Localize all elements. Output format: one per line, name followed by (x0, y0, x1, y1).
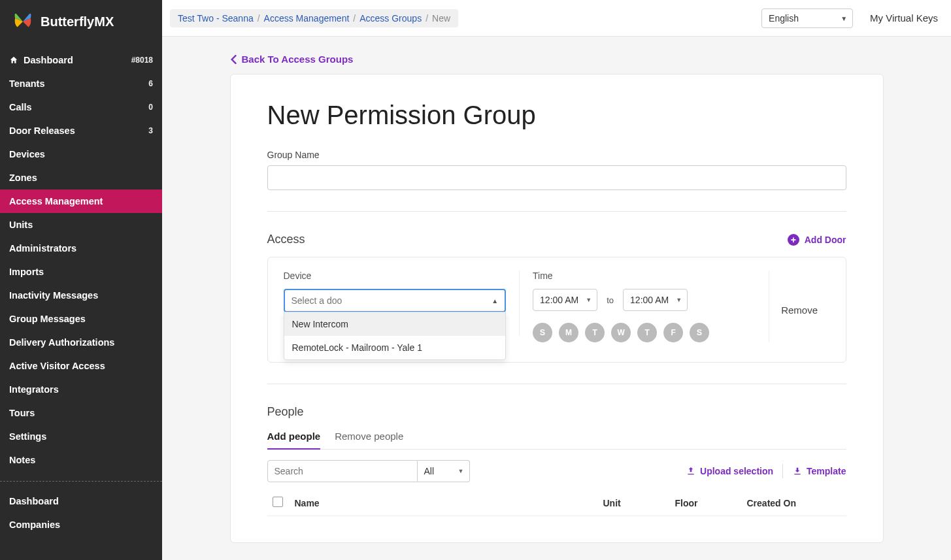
section-divider (267, 384, 846, 384)
nav-label: Companies (9, 519, 60, 530)
device-label: Device (284, 271, 507, 281)
nav-label: Devices (9, 149, 45, 159)
template-button[interactable]: Template (792, 466, 846, 476)
access-row-card: Device ▲ New Intercom RemoteLock - Mailr… (267, 257, 846, 363)
group-name-input[interactable] (267, 165, 846, 190)
nav-label: Integrators (9, 384, 59, 395)
time-to-label: to (607, 295, 614, 305)
time-from-value: 12:00 AM (540, 295, 578, 305)
day-toggle-sat[interactable]: S (690, 323, 709, 342)
sidebar-item-units[interactable]: Units (0, 213, 162, 237)
sidebar-item-imports[interactable]: Imports (0, 260, 162, 284)
sidebar-item-group-messages[interactable]: Group Messages (0, 307, 162, 331)
nav-label: Administrators (9, 243, 76, 254)
people-search-input[interactable] (267, 460, 418, 482)
nav-label: Notes (9, 455, 35, 465)
col-name[interactable]: Name (290, 490, 598, 516)
section-divider (267, 211, 846, 212)
sidebar-item-access-management[interactable]: Access Management (0, 189, 162, 213)
sidebar-footer-nav: Dashboard Companies (0, 486, 162, 550)
time-label: Time (533, 271, 756, 281)
sidebar-item-dashboard[interactable]: Dashboard #8018 (0, 48, 162, 72)
col-created-on[interactable]: Created On (742, 490, 846, 516)
dropdown-option[interactable]: New Intercom (284, 312, 506, 336)
day-toggle-sun[interactable]: S (533, 323, 552, 342)
tab-remove-people[interactable]: Remove people (335, 431, 403, 450)
nav-label: Tours (9, 408, 35, 418)
time-range-row: 12:00 AM to 12:00 AM (533, 289, 756, 311)
device-select[interactable]: ▲ (284, 289, 507, 312)
breadcrumb-link[interactable]: Test Two - Seanna (178, 13, 254, 24)
people-tabs: Add people Remove people (267, 431, 846, 450)
add-door-label: Add Door (805, 235, 846, 245)
sidebar-item-devices[interactable]: Devices (0, 142, 162, 166)
nav-label: Door Releases (9, 125, 75, 136)
add-door-button[interactable]: + Add Door (788, 234, 846, 246)
breadcrumb-link[interactable]: Access Groups (359, 13, 422, 24)
sidebar-item-integrators[interactable]: Integrators (0, 378, 162, 401)
count-badge: 3 (148, 126, 153, 135)
people-heading: People (267, 405, 846, 419)
people-table: Name Unit Floor Created On (267, 490, 846, 516)
home-icon (9, 56, 18, 65)
sidebar-footer-dashboard[interactable]: Dashboard (0, 489, 162, 513)
sidebar: ButterflyMX Dashboard #8018 Tenants6 Cal… (0, 0, 162, 560)
topbar-right: English My Virtual Keys (761, 8, 938, 28)
my-virtual-keys-link[interactable]: My Virtual Keys (870, 12, 938, 24)
caret-up-icon: ▲ (492, 297, 498, 305)
form-card: New Permission Group Group Name Access +… (230, 74, 884, 543)
sidebar-item-delivery-authorizations[interactable]: Delivery Authorizations (0, 331, 162, 354)
tab-add-people[interactable]: Add people (267, 431, 321, 450)
breadcrumb-link[interactable]: Access Management (264, 13, 350, 24)
sidebar-item-settings[interactable]: Settings (0, 425, 162, 448)
day-toggle-mon[interactable]: M (559, 323, 578, 342)
access-heading-row: Access + Add Door (267, 233, 846, 246)
device-select-input[interactable] (292, 295, 486, 306)
device-dropdown: New Intercom RemoteLock - Mailroom - Yal… (284, 312, 507, 360)
dropdown-option[interactable]: RemoteLock - Mailroom - Yale 1 (284, 336, 506, 359)
remove-button[interactable]: Remove (781, 305, 818, 316)
breadcrumb-sep: / (353, 13, 356, 24)
people-filter-select[interactable]: All (418, 460, 470, 482)
time-from-select[interactable]: 12:00 AM (533, 289, 597, 311)
upload-label: Upload selection (700, 466, 773, 476)
time-to-value: 12:00 AM (630, 295, 669, 305)
time-column: Time 12:00 AM to 12:00 AM S M T W T F S (520, 271, 769, 342)
device-column: Device ▲ New Intercom RemoteLock - Mailr… (284, 271, 520, 336)
nav-label: Zones (9, 173, 37, 183)
day-toggle-fri[interactable]: F (663, 323, 683, 342)
group-name-field: Group Name (267, 150, 846, 190)
sidebar-item-notes[interactable]: Notes (0, 448, 162, 472)
sidebar-item-inactivity-messages[interactable]: Inactivity Messages (0, 284, 162, 307)
day-toggle-tue[interactable]: T (585, 323, 605, 342)
count-badge: 0 (148, 103, 153, 112)
day-toggle-wed[interactable]: W (611, 323, 631, 342)
nav-label: Inactivity Messages (9, 290, 98, 301)
sidebar-item-tours[interactable]: Tours (0, 401, 162, 425)
upload-selection-button[interactable]: Upload selection (686, 466, 773, 476)
nav-label: Access Management (9, 196, 103, 206)
main: Back To Access Groups New Permission Gro… (162, 0, 951, 560)
col-unit[interactable]: Unit (598, 490, 670, 516)
back-to-access-groups-link[interactable]: Back To Access Groups (230, 54, 354, 65)
chevron-left-icon (230, 55, 237, 64)
day-toggle-thu[interactable]: T (637, 323, 657, 342)
brand-name: ButterflyMX (41, 14, 114, 29)
sidebar-item-calls[interactable]: Calls0 (0, 95, 162, 119)
sidebar-item-administrators[interactable]: Administrators (0, 237, 162, 260)
plus-circle-icon: + (788, 234, 799, 246)
language-select[interactable]: English (761, 8, 853, 28)
select-all-checkbox[interactable] (273, 497, 283, 507)
upload-icon (686, 466, 696, 476)
sidebar-item-door-releases[interactable]: Door Releases3 (0, 119, 162, 142)
col-floor[interactable]: Floor (670, 490, 742, 516)
group-name-label: Group Name (267, 150, 846, 160)
sidebar-item-tenants[interactable]: Tenants6 (0, 72, 162, 95)
butterfly-icon (12, 10, 34, 33)
brand-logo[interactable]: ButterflyMX (0, 0, 162, 43)
sidebar-footer-companies[interactable]: Companies (0, 513, 162, 536)
time-to-select[interactable]: 12:00 AM (623, 289, 688, 311)
sidebar-item-zones[interactable]: Zones (0, 166, 162, 189)
sidebar-item-active-visitor-access[interactable]: Active Visitor Access (0, 354, 162, 378)
sidebar-nav: Dashboard #8018 Tenants6 Calls0 Door Rel… (0, 43, 162, 477)
